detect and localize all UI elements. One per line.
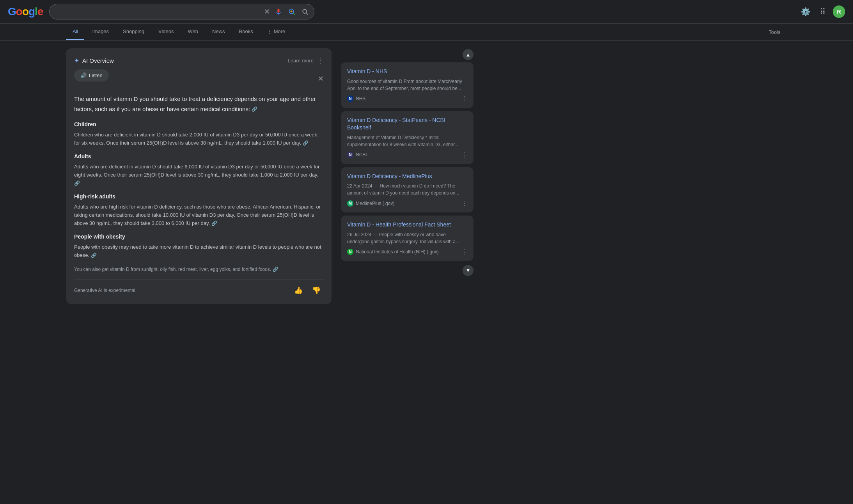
tab-news[interactable]: News — [206, 24, 231, 40]
left-column: ✦ AI Overview Learn more ⋮ 🔊 Listen ✕ — [66, 48, 332, 312]
ncbi-favicon: N — [347, 152, 353, 158]
sources-list: ▲ Vitamin D - NHS Good sources of vitami… — [341, 48, 473, 277]
source-nih-info: N National Institutes of Health (NIH) (.… — [347, 249, 439, 255]
scroll-down-button[interactable]: ▼ — [463, 265, 473, 276]
right-column: ▲ Vitamin D - NHS Good sources of vitami… — [341, 48, 473, 312]
scroll-up-button[interactable]: ▲ — [463, 49, 473, 60]
clear-search-button[interactable]: ✕ — [264, 7, 270, 16]
nhs-source-name: NHS — [356, 96, 365, 101]
ai-footer-text: You can also get vitamin D from sunlight… — [74, 266, 324, 273]
nih-menu-button[interactable]: ⋮ — [461, 248, 467, 256]
search-bar: How much vitamin D should i take if defi… — [49, 4, 314, 19]
source-nhs-excerpt: Good sources of vitamin D From about lat… — [347, 78, 467, 92]
medline-menu-button[interactable]: ⋮ — [461, 200, 467, 207]
apps-button[interactable]: ⠿ — [818, 5, 828, 19]
ai-overview-actions: Learn more ⋮ — [288, 56, 324, 65]
high-risk-link-icon[interactable]: 🔗 — [211, 220, 217, 227]
source-nhs-meta: N NHS ⋮ — [347, 95, 467, 103]
source-ncbi-excerpt: Management of Vitamin D Deficiency * Ini… — [347, 134, 467, 148]
ai-intro-text: The amount of vitamin D you should take … — [74, 94, 324, 114]
intro-link-icon[interactable]: 🔗 — [252, 105, 257, 113]
children-text: Children who are deficient in vitamin D … — [74, 131, 324, 147]
ai-overview-title: ✦ AI Overview — [74, 57, 114, 64]
nhs-favicon: N — [347, 95, 353, 102]
adults-title: Adults — [74, 152, 324, 161]
tools-button[interactable]: Tools — [763, 25, 787, 40]
lens-search-button[interactable] — [287, 7, 296, 16]
source-ncbi-meta: N NCBI ⋮ — [347, 151, 467, 159]
tab-videos[interactable]: Videos — [152, 24, 180, 40]
source-medline-title: Vitamin D Deficiency - MedlinePlus — [347, 173, 467, 180]
ai-overview-container: ✦ AI Overview Learn more ⋮ 🔊 Listen ✕ — [66, 48, 332, 304]
children-link-icon[interactable]: 🔗 — [303, 140, 309, 147]
header: Google How much vitamin D should i take … — [0, 0, 853, 24]
source-nih-excerpt: 26 Jul 2024 — People with obesity or who… — [347, 231, 467, 245]
tab-shopping[interactable]: Shopping — [117, 24, 151, 40]
svg-line-1 — [293, 13, 295, 15]
adults-text: Adults who are deficient in vitamin D sh… — [74, 163, 324, 187]
learn-more-button[interactable]: Learn more — [288, 58, 314, 64]
search-button[interactable] — [300, 7, 310, 16]
ncbi-source-name: NCBI — [356, 152, 367, 157]
source-nih-title: Vitamin D - Health Professional Fact She… — [347, 221, 467, 229]
source-card-medline[interactable]: Vitamin D Deficiency - MedlinePlus 22 Ap… — [341, 167, 473, 213]
source-ncbi-title: Vitamin D Deficiency - StatPearls - NCBI… — [347, 117, 467, 132]
ai-footer: Generative AI is experimental. 👍 👎 — [74, 279, 324, 296]
ai-more-options-button[interactable]: ⋮ — [317, 56, 324, 65]
source-ncbi-info: N NCBI — [347, 152, 367, 158]
search-icon-group: ✕ — [264, 7, 310, 16]
nih-source-name: National Institutes of Health (NIH) (.go… — [356, 249, 439, 255]
ai-content: The amount of vitamin D you should take … — [74, 94, 324, 273]
source-card-nih[interactable]: Vitamin D - Health Professional Fact She… — [341, 216, 473, 261]
ai-star-icon: ✦ — [74, 57, 79, 64]
listen-button[interactable]: 🔊 Listen — [74, 69, 109, 81]
close-button[interactable]: ✕ — [318, 74, 324, 83]
source-medline-info: M MedlinePlus (.gov) — [347, 200, 394, 207]
ai-overview-header: ✦ AI Overview Learn more ⋮ — [74, 56, 324, 65]
thumbs-down-button[interactable]: 👎 — [309, 285, 324, 296]
obesity-text: People with obesity may need to take mor… — [74, 243, 324, 260]
high-risk-adults-text: Adults who are high risk for vitamin D d… — [74, 203, 324, 227]
children-title: Children — [74, 120, 324, 129]
settings-button[interactable]: ⚙️ — [798, 5, 813, 19]
feedback-buttons: 👍 👎 — [291, 285, 324, 296]
high-risk-adults-title: High-risk adults — [74, 192, 324, 201]
generative-note: Generative AI is experimental. — [74, 288, 137, 293]
thumbs-up-button[interactable]: 👍 — [291, 285, 306, 296]
ncbi-menu-button[interactable]: ⋮ — [461, 151, 467, 159]
footer-link-icon[interactable]: 🔗 — [273, 266, 278, 273]
adults-link-icon[interactable]: 🔗 — [74, 180, 80, 187]
tab-web[interactable]: Web — [182, 24, 205, 40]
main-content: ✦ AI Overview Learn more ⋮ 🔊 Listen ✕ — [0, 41, 546, 320]
medline-favicon: M — [347, 200, 353, 207]
header-right: ⚙️ ⠿ R — [798, 5, 845, 19]
google-logo: Google — [8, 5, 43, 18]
tab-books[interactable]: Books — [233, 24, 259, 40]
nih-favicon: N — [347, 249, 353, 255]
source-nhs-info: N NHS — [347, 95, 365, 102]
dots-icon: ⋮ — [267, 28, 272, 34]
ai-overview-label: AI Overview — [82, 57, 114, 64]
tab-images[interactable]: Images — [86, 24, 115, 40]
source-nhs-title: Vitamin D - NHS — [347, 68, 467, 76]
voice-search-button[interactable] — [274, 7, 283, 16]
more-label: More — [274, 28, 286, 34]
speaker-icon: 🔊 — [80, 73, 87, 78]
avatar[interactable]: R — [833, 5, 845, 18]
source-card-nhs[interactable]: Vitamin D - NHS Good sources of vitamin … — [341, 62, 473, 108]
obesity-title: People with obesity — [74, 232, 324, 241]
source-nih-meta: N National Institutes of Health (NIH) (.… — [347, 248, 467, 256]
listen-label: Listen — [89, 73, 103, 78]
obesity-link-icon[interactable]: 🔗 — [91, 252, 97, 259]
tab-more[interactable]: ⋮ More — [261, 24, 292, 40]
source-medline-excerpt: 22 Apr 2024 — How much vitamin D do I ne… — [347, 182, 467, 196]
source-card-ncbi[interactable]: Vitamin D Deficiency - StatPearls - NCBI… — [341, 111, 473, 164]
tab-all[interactable]: All — [66, 24, 84, 40]
svg-point-2 — [291, 11, 293, 12]
nav-tabs: All Images Shopping Videos Web News Book… — [0, 24, 853, 41]
medline-source-name: MedlinePlus (.gov) — [356, 201, 394, 206]
nhs-menu-button[interactable]: ⋮ — [461, 95, 467, 103]
source-medline-meta: M MedlinePlus (.gov) ⋮ — [347, 200, 467, 207]
